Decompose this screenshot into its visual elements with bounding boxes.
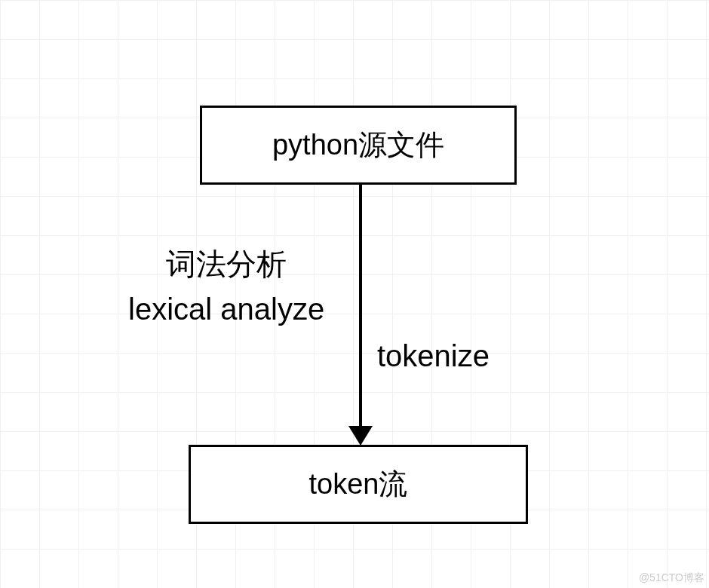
watermark-text: @51CTO博客 — [639, 571, 704, 585]
edge-label-left-line2: lexical analyze — [128, 286, 324, 332]
node-source-file: python源文件 — [200, 106, 517, 185]
arrow-shaft — [359, 185, 362, 432]
node-source-file-label: python源文件 — [272, 126, 444, 164]
edge-label-left: 词法分析 lexical analyze — [128, 241, 324, 332]
edge-label-right: tokenize — [377, 339, 490, 373]
edge-label-left-line1: 词法分析 — [128, 241, 324, 286]
node-token-stream-label: token流 — [309, 465, 408, 504]
arrow-head-icon — [348, 426, 373, 446]
node-token-stream: token流 — [189, 445, 528, 524]
